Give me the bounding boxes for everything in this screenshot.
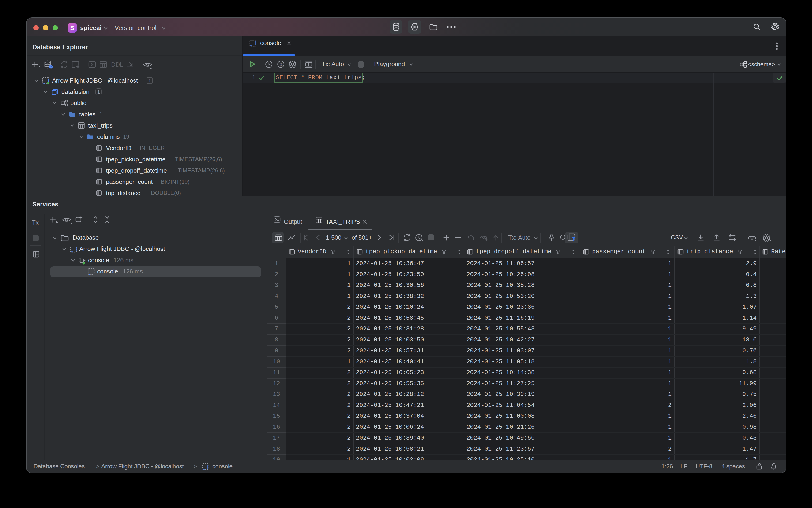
- svg-text:p: p: [280, 62, 282, 67]
